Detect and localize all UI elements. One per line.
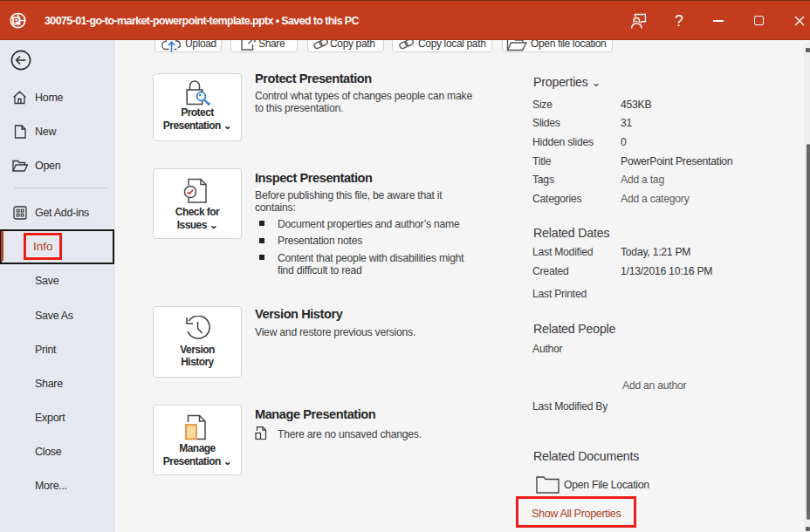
svg-text:P: P bbox=[14, 16, 20, 25]
